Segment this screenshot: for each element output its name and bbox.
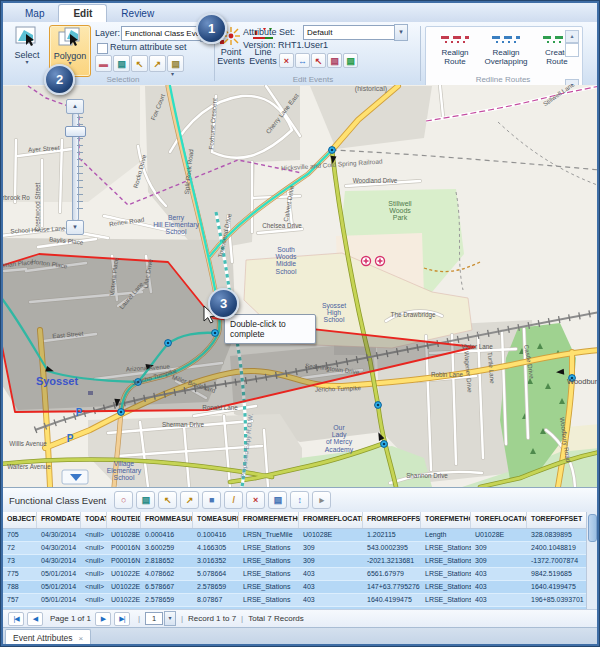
- next-page-button[interactable]: ▶: [95, 612, 111, 626]
- selection-table-icon[interactable]: ▤: [113, 55, 130, 72]
- chevron-down-icon: ▾: [25, 60, 28, 64]
- map-label: The Drawbridge: [391, 311, 436, 319]
- tab-review[interactable]: Review: [107, 5, 168, 22]
- delete-record-icon[interactable]: ×: [246, 491, 265, 509]
- column-header[interactable]: TOREFLOCATION: [471, 512, 527, 528]
- table-row[interactable]: 78805/01/2014<null>U01022E6.5786672.5786…: [3, 581, 597, 594]
- selectable-layers-icon[interactable]: ▤: [167, 55, 184, 72]
- table-cell: 403: [471, 581, 527, 593]
- select-by-location-icon[interactable]: ↗: [149, 55, 166, 72]
- table-cell: 4.166305: [193, 542, 239, 554]
- map-label: Walters Avenue: [7, 463, 51, 470]
- attribute-table-icon[interactable]: ▤: [136, 491, 155, 509]
- page-number-input[interactable]: 1: [145, 612, 163, 625]
- clear-selection-icon[interactable]: ▬: [95, 55, 112, 72]
- zoom-handle[interactable]: [65, 126, 86, 137]
- scrollbar-thumb[interactable]: [565, 43, 579, 57]
- table-cell: 196+85.0393701: [527, 594, 587, 606]
- redline-button[interactable]: Realign Route: [430, 33, 480, 66]
- table-row[interactable]: 70504/30/2014<null>U01028E0.0004160.1004…: [3, 529, 597, 542]
- table-cell: <null>: [81, 581, 107, 593]
- tab-event-attributes[interactable]: Event Attributes ×: [5, 629, 91, 646]
- table-cell: LRSE_Stations: [239, 555, 299, 567]
- export-records-icon[interactable]: ▸: [312, 491, 331, 509]
- map-label: Woodbury: [567, 377, 600, 386]
- table-cell: LRSE_Stations: [421, 542, 471, 554]
- panel-title: Functional Class Event: [9, 495, 106, 506]
- event-results-panel: Functional Class Event ○ ▤ ↖ ↗ ■ / × ▤ ↕…: [3, 487, 597, 645]
- redline-group-label: Redline Routes: [443, 75, 563, 84]
- table-cell: 3.016352: [193, 555, 239, 567]
- grid-scrollbar-thumb[interactable]: [588, 514, 597, 542]
- attribute-grid-icon[interactable]: ▤: [343, 53, 358, 68]
- attribute-set-select[interactable]: Default: [303, 25, 396, 40]
- column-header[interactable]: FROMREFMETHOD: [239, 512, 299, 528]
- event-grid: OBJECTIDFROMDATETODATEROUTEIDFROMMEASURE…: [3, 512, 597, 609]
- table-cell: 1640.4199475: [527, 581, 587, 593]
- column-header[interactable]: TOREFMETHOD: [421, 512, 471, 528]
- tab-edit[interactable]: Edit: [58, 4, 107, 22]
- layer-select[interactable]: Functional Class Event: [121, 26, 204, 41]
- attribute-set-arrow[interactable]: ▾: [394, 24, 408, 41]
- column-header[interactable]: FROMDATE: [37, 512, 81, 528]
- clear-results-icon[interactable]: ○: [114, 491, 133, 509]
- table-cell: 05/01/2014: [37, 568, 81, 580]
- column-header[interactable]: FROMMEASURE: [141, 512, 193, 528]
- panel-header: Functional Class Event ○ ▤ ↖ ↗ ■ / × ▤ ↕…: [3, 488, 597, 513]
- tab-map[interactable]: Map: [11, 5, 58, 22]
- prev-page-button[interactable]: ◀: [27, 612, 43, 626]
- select-by-attribute-icon[interactable]: ↖: [131, 55, 148, 72]
- save-results-icon[interactable]: ■: [202, 491, 221, 509]
- grid-scrollbar[interactable]: [586, 512, 597, 609]
- scroll-up-icon[interactable]: ▴: [565, 30, 579, 43]
- edit-record-icon[interactable]: /: [224, 491, 243, 509]
- event-table-icon[interactable]: ▤: [327, 53, 342, 68]
- table-cell: 0.000416: [141, 529, 193, 541]
- column-header[interactable]: FROMREFLOCATION: [299, 512, 363, 528]
- page-number-dropdown[interactable]: ▾: [164, 611, 176, 626]
- zoom-in-button[interactable]: ▲: [66, 99, 84, 114]
- ribbon-toolbar: Select ▾ Polygon ▾ Layer: Functional Cla…: [3, 22, 597, 85]
- table-cell: U01028E: [471, 529, 527, 541]
- table-row[interactable]: 75705/01/2014<null>U01022E2.5786598.0786…: [3, 594, 597, 607]
- close-tab-icon[interactable]: ×: [79, 634, 84, 643]
- column-header[interactable]: ROUTEID: [107, 512, 141, 528]
- event-editor-window: MapEditReview Select ▾ Polygon ▾ Layer: …: [0, 0, 600, 647]
- grid-header-row: OBJECTIDFROMDATETODATEROUTEIDFROMMEASURE…: [3, 512, 597, 529]
- merge-events-icon[interactable]: ↔: [295, 53, 310, 68]
- table-row[interactable]: 77505/01/2014<null>U01022E4.0786625.0786…: [3, 568, 597, 581]
- zoom-out-button[interactable]: ▼: [66, 220, 84, 235]
- sort-records-icon[interactable]: ↕: [290, 491, 309, 509]
- map-label: Crestwood Street: [34, 182, 41, 231]
- column-header[interactable]: FROMREFOFFSET: [363, 512, 421, 528]
- map-label: Shannon Drive: [406, 472, 448, 479]
- column-header[interactable]: OBJECTID: [3, 512, 37, 528]
- map-label: Norbrook Ro: [0, 194, 30, 201]
- zoom-slider: ▲ ▼: [64, 99, 85, 233]
- column-header[interactable]: TOMEASURE: [193, 512, 239, 528]
- select-event-icon[interactable]: ↖: [311, 53, 326, 68]
- column-header[interactable]: TODATE: [81, 512, 107, 528]
- dashed-route-icon: [441, 36, 469, 39]
- first-page-button[interactable]: |◀: [8, 612, 24, 626]
- table-cell: 403: [471, 568, 527, 580]
- redline-button[interactable]: Realign Overlapping: [481, 33, 531, 66]
- table-row[interactable]: 7304/30/2014<null>P00016N2.8186523.01635…: [3, 555, 597, 568]
- select-button[interactable]: Select ▾: [8, 25, 46, 75]
- map-canvas[interactable]: P P SyossetWoodbury(historical)Hicksvill…: [0, 85, 600, 487]
- remove-from-selection-icon[interactable]: ↗: [180, 491, 199, 509]
- column-header[interactable]: TOREFOFFSET: [527, 512, 587, 528]
- select-icon: [14, 25, 40, 49]
- ribbon-tab-bar: MapEditReview: [3, 2, 597, 23]
- pagination-bar: |◀ ◀ Page 1 of 1 ▶ ▶| | 1 ▾ | Record 1 t…: [3, 609, 597, 627]
- table-cell: 1.202115: [363, 529, 421, 541]
- field-view-icon[interactable]: ▤: [268, 491, 287, 509]
- table-cell: LRSE_Stations: [239, 581, 299, 593]
- table-row[interactable]: 7204/30/2014<null>P00016N3.6002594.16630…: [3, 542, 597, 555]
- return-attribute-set-checkbox[interactable]: [97, 43, 108, 54]
- add-to-selection-icon[interactable]: ↖: [158, 491, 177, 509]
- last-page-button[interactable]: ▶|: [114, 612, 130, 626]
- split-event-icon[interactable]: ×: [279, 53, 294, 68]
- polygon-select-icon: [57, 26, 83, 50]
- panel-collapse-control[interactable]: [62, 470, 88, 484]
